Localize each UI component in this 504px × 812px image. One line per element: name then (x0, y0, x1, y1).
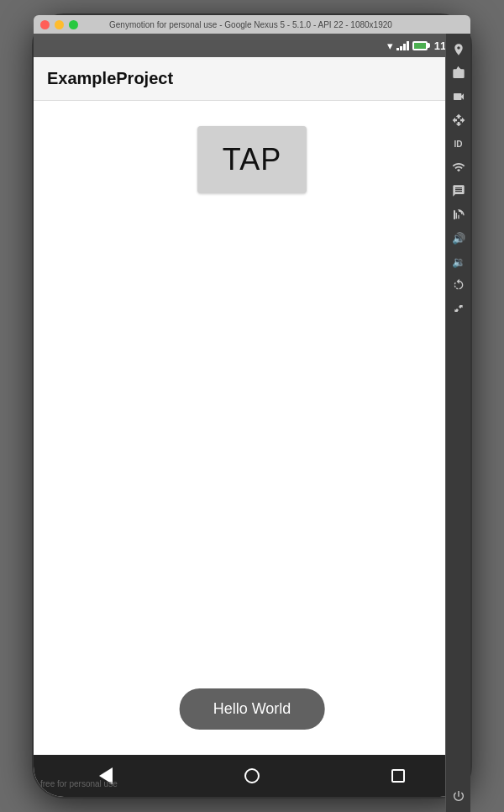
minimize-dot[interactable] (55, 20, 64, 29)
app-title: ExampleProject (47, 69, 173, 88)
power-icon[interactable] (448, 785, 470, 797)
status-bar: ▾ 11:09 (34, 34, 470, 57)
home-button[interactable] (244, 768, 260, 783)
android-screen: ▾ 11:09 ExampleProject (34, 34, 470, 797)
recents-button[interactable] (391, 769, 405, 783)
device-frame: Genymotion for personal use - Google Nex… (34, 15, 470, 797)
video-icon[interactable] (448, 86, 470, 108)
tap-label: TAP (223, 142, 281, 177)
maximize-dot[interactable] (69, 20, 78, 29)
gps-icon[interactable] (448, 39, 470, 61)
title-bar: Genymotion for personal use - Google Nex… (34, 15, 470, 34)
rotate-icon[interactable] (448, 274, 470, 296)
id-icon[interactable]: ID (448, 133, 470, 155)
tap-button[interactable]: TAP (197, 126, 307, 193)
resize-icon[interactable] (448, 298, 470, 319)
wifi-icon: ▾ (387, 40, 393, 52)
app-content: TAP Hello World (34, 101, 470, 755)
hello-world-button[interactable]: Hello World (180, 688, 325, 730)
app-toolbar: ExampleProject (34, 57, 470, 101)
move-icon[interactable] (448, 109, 470, 131)
battery-icon (412, 41, 428, 50)
volume-down-icon[interactable]: 🔉 (448, 250, 470, 272)
close-dot[interactable] (40, 20, 50, 29)
window-title: Genymotion for personal use - Google Nex… (109, 20, 395, 29)
camera-icon[interactable] (448, 62, 470, 84)
sms-icon[interactable] (448, 180, 470, 202)
volume-up-icon[interactable]: 🔊 (448, 227, 470, 249)
right-sidebar: ID 🔊 🔉 (445, 34, 470, 797)
hello-world-label: Hello World (213, 700, 291, 717)
watermark-text: free for personal use (40, 779, 118, 788)
signal-tool-icon[interactable] (448, 203, 470, 225)
nav-bar: free for personal use (34, 755, 470, 797)
signal-icon (396, 40, 409, 50)
wifi-tool-icon[interactable] (448, 156, 470, 178)
